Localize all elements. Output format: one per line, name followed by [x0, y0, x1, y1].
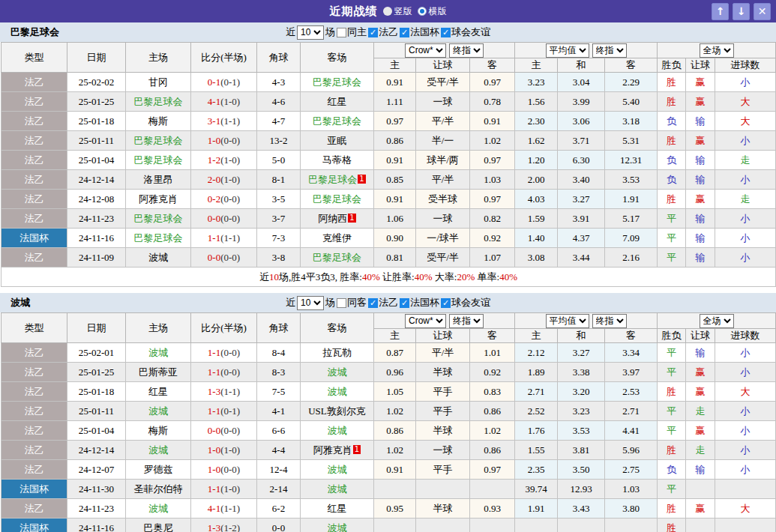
odds-time-select[interactable]: 终指 — [449, 43, 484, 58]
avg-away-odds: 3.80 — [605, 499, 658, 519]
close-button[interactable]: ✕ — [754, 3, 771, 20]
handicap-line: 平/半 — [416, 170, 470, 190]
match-type: 法国杯 — [1, 480, 67, 499]
sub-col-header-8: 进球数 — [715, 329, 776, 343]
sub-col-header-2: 客 — [470, 58, 515, 73]
average-select[interactable]: 平均值 — [546, 43, 589, 58]
match-row: 法乙25-01-11波城1-1(0-1)4-1USL敦刻尔克1.02平手0.86… — [1, 402, 776, 421]
away-team: 阿纳西1 — [301, 209, 374, 229]
result-outcome: 负 — [658, 112, 686, 131]
away-odds: 0.92 — [470, 229, 515, 248]
away-odds: 0.92 — [470, 363, 515, 382]
handicap-line: 平/半 — [416, 112, 470, 131]
home-odds: 0.91 — [374, 190, 416, 209]
odds-time-select[interactable]: 终指 — [449, 314, 484, 328]
match-type: 法乙 — [1, 92, 67, 112]
scope-select[interactable]: 全场 — [700, 314, 734, 328]
avg-away-odds: 5.40 — [605, 92, 658, 112]
match-row: 法国杯24-11-16巴黎足球会1-1(1-1)7-3克维伊0.90一/球半0.… — [1, 229, 776, 248]
filter-checkbox-2[interactable]: ✓法国杯 — [400, 25, 439, 39]
filter-checkbox-3[interactable]: ✓球会友谊 — [441, 25, 490, 39]
away-odds: 0.97 — [470, 460, 515, 480]
move-down-button[interactable]: ↓ — [733, 3, 750, 20]
avg-draw-odds: 3.43 — [558, 499, 605, 519]
result-handicap: 输 — [686, 248, 715, 267]
score: 1-0(1-0) — [191, 441, 257, 460]
arrow-down-icon: ↓ — [737, 6, 746, 16]
radio-vertical-layout[interactable]: 竖版 — [383, 5, 412, 18]
avg-time-select[interactable]: 终指 — [592, 43, 627, 58]
avg-home-odds: 4.03 — [515, 190, 558, 209]
home-team: 洛里昂 — [126, 170, 191, 190]
match-row: 法乙25-01-18红星1-3(1-1)7-5波城1.05平手0.832.713… — [1, 382, 776, 402]
corners: 4-3 — [257, 73, 301, 92]
match-count-select[interactable]: 10 — [297, 25, 324, 40]
result-handicap: 输 — [686, 343, 715, 363]
corners: 6-6 — [257, 421, 301, 441]
page-title: 近期战绩 — [330, 4, 378, 19]
match-row: 法乙25-01-25巴斯蒂亚1-1(0-0)8-3波城0.96半球0.921.8… — [1, 363, 776, 382]
avg-draw-odds — [558, 519, 605, 532]
corners: 6-2 — [257, 499, 301, 519]
radio-horizontal-layout[interactable]: 横版 — [418, 5, 447, 18]
avg-home-odds: 1.40 — [515, 229, 558, 248]
avg-time-select[interactable]: 终指 — [592, 314, 627, 328]
filter-checkbox-2[interactable]: ✓法国杯 — [400, 296, 439, 309]
avg-draw-odds: 3.27 — [558, 190, 605, 209]
sections-container: 巴黎足球会近10场同主✓法乙✓法国杯✓球会友谊类型日期主场比分(半场)角球客场C… — [0, 22, 776, 532]
home-odds: 1.11 — [374, 92, 416, 112]
filter-checkbox-1[interactable]: ✓法乙 — [368, 25, 398, 39]
section-gap — [0, 287, 776, 293]
bookmaker-select[interactable]: Crow* — [405, 43, 446, 58]
filter-checkbox-3[interactable]: ✓球会友谊 — [441, 296, 490, 309]
result-outcome: 胜 — [658, 499, 686, 519]
match-count-select[interactable]: 10 — [297, 296, 324, 310]
sub-col-header-4: 和 — [558, 58, 605, 73]
bookmaker-select[interactable]: Crow* — [405, 314, 446, 328]
filter-checkbox-0[interactable]: 同客 — [337, 296, 367, 309]
score: 1-0(0-0) — [191, 131, 257, 151]
result-group: 全场 — [658, 43, 776, 58]
score: 0-0(0-0) — [191, 421, 257, 441]
score: 0-2(0-0) — [191, 190, 257, 209]
avg-away-odds: 5.17 — [605, 209, 658, 229]
avg-away-odds: 1.91 — [605, 190, 658, 209]
match-date: 24-11-23 — [67, 499, 126, 519]
result-handicap: 赢 — [686, 73, 715, 92]
away-odds: 0.78 — [470, 92, 515, 112]
section-band-1: 波城近10场同客✓法乙✓法国杯✓球会友谊 — [0, 293, 776, 312]
result-outcome: 平 — [658, 480, 686, 499]
handicap-line: 半球 — [416, 499, 470, 519]
result-outcome: 负 — [658, 170, 686, 190]
average-select[interactable]: 平均值 — [546, 314, 589, 328]
match-date: 25-01-04 — [67, 151, 126, 170]
home-odds: 1.06 — [374, 209, 416, 229]
avg-away-odds: 3.53 — [605, 170, 658, 190]
avg-away-odds: 3.97 — [605, 363, 658, 382]
sub-col-header-7: 让球 — [686, 329, 715, 343]
games-label: 场 — [325, 296, 335, 309]
sub-col-header-2: 客 — [470, 329, 515, 343]
match-type: 法乙 — [1, 112, 67, 131]
filter-checkbox-0[interactable]: 同主 — [337, 25, 367, 39]
filter-checkbox-1[interactable]: ✓法乙 — [368, 296, 398, 309]
match-type: 法乙 — [1, 460, 67, 480]
col-header-5: 客场 — [301, 43, 374, 73]
match-type: 法乙 — [1, 441, 67, 460]
col-header-4: 角球 — [257, 43, 301, 73]
away-odds — [470, 480, 515, 499]
summary-row: 近10场,胜4平3负3, 胜率:40% 让胜率:40% 大率:20% 单率:40… — [1, 267, 776, 287]
corners: 8-3 — [257, 363, 301, 382]
handicap-line: 平手 — [416, 460, 470, 480]
crow-odds-group: Crow*终指 — [374, 313, 515, 329]
home-odds: 0.96 — [374, 363, 416, 382]
avg-away-odds: 2.75 — [605, 460, 658, 480]
move-up-button[interactable]: ↑ — [712, 3, 729, 20]
match-date: 24-12-14 — [67, 170, 126, 190]
col-header-5: 客场 — [301, 313, 374, 343]
match-date: 24-12-08 — [67, 190, 126, 209]
scope-select[interactable]: 全场 — [700, 43, 734, 58]
score: 0-0(0-0) — [191, 209, 257, 229]
checked-checkbox-icon: ✓ — [441, 28, 451, 37]
away-team: USL敦刻尔克 — [301, 402, 374, 421]
